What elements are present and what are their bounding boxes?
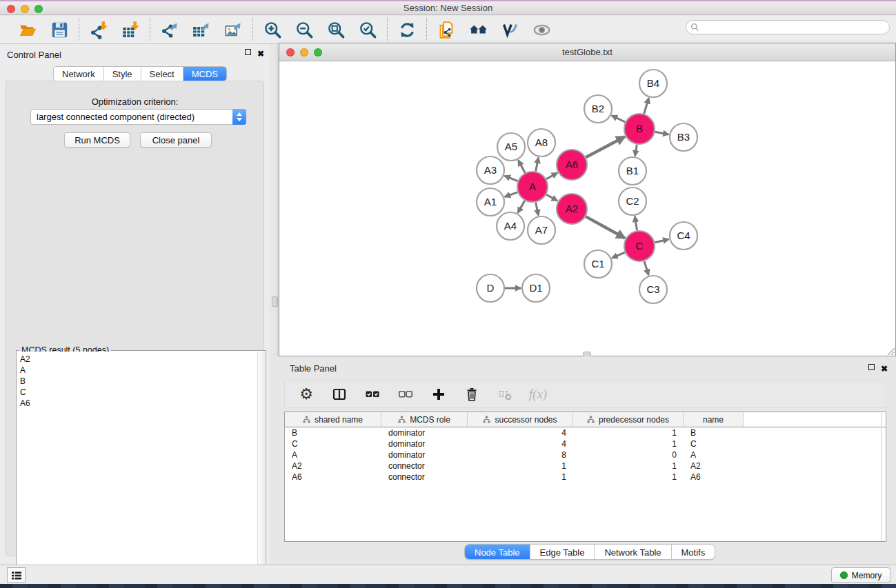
resize-grip-icon[interactable]	[886, 346, 895, 355]
table-row[interactable]: Adominator80A	[285, 449, 886, 460]
search-box[interactable]	[686, 20, 890, 34]
node-B3[interactable]: B3	[670, 123, 697, 151]
result-scrollbar[interactable]	[257, 352, 265, 587]
zoom-selected-button[interactable]	[357, 19, 379, 41]
node-A[interactable]: A	[517, 172, 548, 202]
result-item[interactable]: A6	[20, 398, 257, 409]
import-table-icon	[121, 21, 140, 39]
node-A8[interactable]: A8	[528, 129, 555, 156]
tab-style[interactable]: Style	[104, 67, 141, 81]
result-item[interactable]: A2	[20, 354, 257, 365]
net-close-button[interactable]	[286, 48, 295, 57]
tab-motifs[interactable]: Motifs	[672, 545, 715, 559]
table-panel-title: Table Panel	[290, 363, 337, 374]
node-B1[interactable]: B1	[619, 157, 646, 185]
node-A6[interactable]: A6	[557, 150, 587, 180]
result-item[interactable]: C	[20, 387, 257, 398]
settings-button[interactable]: ⚙	[297, 385, 315, 403]
svg-text:A: A	[529, 181, 536, 192]
export-network-button[interactable]	[159, 19, 181, 41]
duplicate-network-button[interactable]	[435, 19, 457, 41]
node-C4[interactable]: C4	[670, 222, 697, 250]
node-A4[interactable]: A4	[497, 212, 524, 240]
table-close-icon[interactable]: ✖	[881, 364, 888, 374]
node-A5[interactable]: A5	[497, 133, 525, 161]
node-C2[interactable]: C2	[619, 187, 646, 215]
show-columns-button[interactable]	[330, 385, 348, 403]
float-panel-icon[interactable]	[245, 49, 251, 55]
net-minimize-button[interactable]	[300, 48, 308, 57]
column-header-MCDS-role[interactable]: MCDS role	[381, 412, 468, 427]
refresh-layout-button[interactable]	[396, 19, 418, 41]
close-panel-button[interactable]: Close panel	[140, 132, 212, 148]
import-network-button[interactable]	[88, 19, 110, 41]
node-B2[interactable]: B2	[584, 95, 612, 123]
node-table[interactable]: shared name MCDS role successor nodes pr…	[284, 412, 886, 542]
open-file-button[interactable]	[17, 19, 39, 41]
table-float-icon[interactable]	[868, 364, 875, 370]
run-mcds-button[interactable]: Run MCDS	[64, 132, 130, 148]
node-A7[interactable]: A7	[528, 216, 555, 244]
tab-mcds[interactable]: MCDS	[183, 67, 226, 81]
network-window-titlebar[interactable]: testGlobe.txt	[279, 43, 895, 61]
search-input[interactable]	[699, 21, 889, 33]
table-row[interactable]: A2connector11A2	[285, 460, 886, 472]
table-row[interactable]: Cdominator41C	[285, 438, 886, 449]
status-bar: Memory	[0, 565, 896, 584]
delete-row-button[interactable]	[463, 385, 481, 403]
node-A2[interactable]: A2	[557, 194, 587, 224]
tab-select[interactable]: Select	[141, 67, 183, 81]
minimize-window-button[interactable]	[21, 5, 29, 13]
splitter-handle[interactable]	[272, 296, 278, 307]
table-row[interactable]: Bdominator41B	[285, 427, 886, 438]
node-C1[interactable]: C1	[584, 250, 612, 278]
zoom-window-button[interactable]	[34, 5, 43, 13]
close-window-button[interactable]	[7, 5, 15, 13]
criterion-dropdown[interactable]: largest connected component (directed)	[30, 109, 246, 125]
export-table-button[interactable]	[190, 19, 212, 41]
houses-button[interactable]	[467, 19, 489, 41]
tab-network-table[interactable]: Network Table	[595, 545, 671, 559]
memory-button[interactable]: Memory	[831, 567, 890, 583]
node-D1[interactable]: D1	[522, 274, 550, 302]
result-item[interactable]: A	[20, 365, 257, 376]
svg-text:C4: C4	[677, 230, 690, 241]
table-scrollbar[interactable]	[881, 412, 882, 541]
node-C3[interactable]: C3	[639, 276, 667, 303]
table-cell: B	[285, 428, 381, 438]
zoom-fit-button[interactable]	[325, 19, 347, 41]
column-header-name[interactable]: name	[684, 412, 744, 427]
column-header-predecessor-nodes[interactable]: predecessor nodes	[573, 412, 684, 427]
table-row[interactable]: A6connector11A6	[285, 472, 886, 483]
svg-text:A6: A6	[566, 159, 578, 170]
node-B4[interactable]: B4	[639, 70, 667, 97]
node-B[interactable]: B	[624, 114, 655, 144]
node-D[interactable]: D	[477, 274, 504, 302]
style-pen-button[interactable]	[499, 19, 521, 41]
svg-text:C1: C1	[591, 258, 604, 270]
import-table-button[interactable]	[119, 19, 141, 41]
tab-node-table[interactable]: Node Table	[465, 545, 530, 559]
column-header-shared-name[interactable]: shared name	[285, 412, 381, 427]
zoom-out-button[interactable]	[293, 19, 315, 41]
task-history-button[interactable]	[7, 567, 26, 583]
network-canvas[interactable]: B4B2BB3A8A5A6A3B1AC2A1A2A4A7C4CC1C3DD1	[279, 61, 895, 356]
tab-edge-table[interactable]: Edge Table	[530, 545, 595, 559]
tab-network[interactable]: Network	[54, 67, 104, 81]
net-zoom-button[interactable]	[314, 48, 322, 57]
export-image-button[interactable]	[222, 19, 244, 41]
mcds-result-list[interactable]: A2ABCA6	[17, 352, 257, 587]
result-item[interactable]: B	[20, 376, 257, 387]
node-A1[interactable]: A1	[477, 188, 504, 216]
deselect-all-button[interactable]	[397, 385, 415, 403]
save-session-button[interactable]	[48, 19, 70, 41]
zoom-in-button[interactable]	[261, 19, 283, 41]
node-A3[interactable]: A3	[477, 156, 504, 184]
column-header-successor-nodes[interactable]: successor nodes	[468, 412, 573, 427]
svg-text:B3: B3	[677, 131, 690, 143]
close-panel-icon[interactable]: ✖	[257, 49, 264, 59]
node-C[interactable]: C	[624, 231, 655, 261]
add-row-button[interactable]	[430, 385, 448, 403]
select-all-button[interactable]	[364, 385, 381, 403]
eye-button[interactable]	[530, 19, 552, 41]
